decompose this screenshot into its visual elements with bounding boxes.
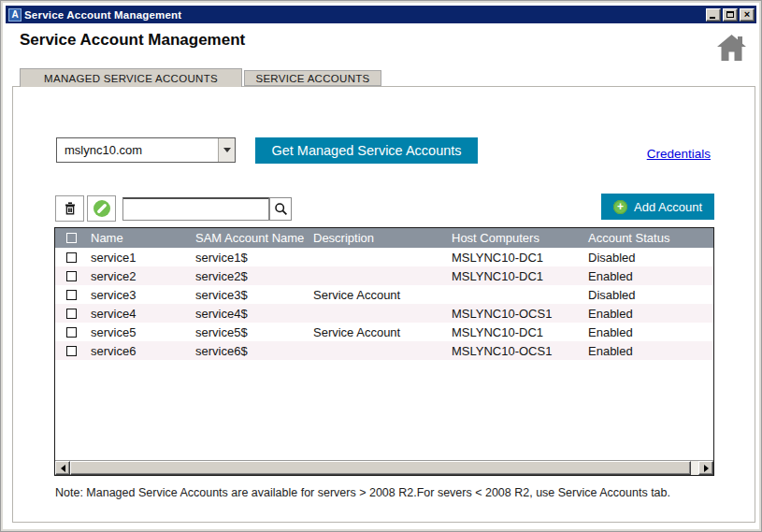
add-plus-icon: + [613,200,627,214]
cell-sam: service3$ [192,288,309,302]
header-host-computers[interactable]: Host Computers [448,231,584,245]
cell-description: Service Account [309,288,448,302]
table-row[interactable]: service6service6$MSLYNC10-OCS1Enabled [55,341,713,360]
table-row[interactable]: service1service1$MSLYNC10-DC1Disabled [55,248,713,266]
row-checkbox[interactable] [66,309,77,319]
tab-managed-service-accounts[interactable]: MANAGED SERVICE ACCOUNTS [20,68,242,87]
header-account-status[interactable]: Account Status [584,231,706,245]
arrow-left-icon [61,465,65,472]
app-icon: A [8,8,22,22]
window-title: Service Account Management [24,9,181,21]
row-checkbox[interactable] [66,327,77,338]
header-description[interactable]: Description [309,231,448,245]
table-row[interactable]: service5service5$Service AccountMSLYNC10… [55,323,713,341]
horizontal-scrollbar[interactable] [55,460,713,475]
table-body: service1service1$MSLYNC10-DC1Disabledser… [55,248,713,360]
search-button[interactable] [269,197,292,221]
edit-button[interactable] [87,195,116,222]
cell-sam: service1$ [192,251,309,265]
edit-pencil-icon [93,199,111,218]
header-sam-account-name[interactable]: SAM Account Name [192,231,309,245]
arrow-right-icon [704,465,709,472]
select-all-checkbox[interactable] [66,233,77,243]
credentials-link[interactable]: Credentials [647,147,711,161]
add-account-button[interactable]: + Add Account [601,194,714,220]
page-title: Service Account Management [20,31,245,50]
cell-name: service4 [87,307,192,321]
tab-service-accounts[interactable]: SERVICE ACCOUNTS [244,70,381,86]
domain-dropdown-value: mslync10.com [57,143,218,157]
maximize-icon [726,11,734,18]
cell-sam: service4$ [192,307,309,321]
close-button[interactable]: × [740,8,755,22]
table-row[interactable]: service4service4$MSLYNC10-OCS1Enabled [55,304,713,323]
scrollbar-thumb[interactable] [70,461,691,475]
table-row[interactable]: service2service2$MSLYNC10-DC1Enabled [55,266,713,285]
cell-status: Enabled [584,307,706,321]
window-controls: × [706,8,755,22]
cell-status: Enabled [584,344,706,358]
row-checkbox[interactable] [66,271,77,281]
cell-sam: service2$ [192,269,309,283]
cell-host: MSLYNC10-OCS1 [448,344,584,358]
cell-status: Disabled [584,251,706,265]
table-row[interactable]: service3service3$Service AccountDisabled [55,285,713,304]
domain-dropdown[interactable]: mslync10.com [56,137,236,163]
accounts-table: Name SAM Account Name Description Host C… [54,227,714,476]
row-checkbox[interactable] [66,290,77,300]
cell-name: service2 [87,269,192,283]
home-icon[interactable] [717,35,746,62]
chevron-down-icon [223,148,231,152]
row-checkbox[interactable] [66,252,77,263]
cell-host: MSLYNC10-DC1 [448,269,584,283]
app-window: A Service Account Management × Service A… [0,0,762,532]
cell-name: service5 [87,325,192,339]
scroll-right-button[interactable] [698,461,713,475]
cell-sam: service6$ [192,344,309,358]
delete-button[interactable] [55,195,84,222]
note-text: Note: Managed Service Accounts are avail… [55,486,670,499]
row-checkbox[interactable] [66,346,77,356]
cell-description: Service Account [309,325,448,339]
search-input[interactable] [122,197,269,221]
close-icon: × [744,9,750,20]
cell-name: service1 [87,251,192,265]
cell-host: MSLYNC10-DC1 [448,251,584,265]
cell-name: service3 [87,288,192,302]
table-empty-area [55,360,713,460]
cell-sam: service5$ [192,325,309,339]
title-bar: A Service Account Management × [6,6,756,23]
minimize-icon [710,17,715,19]
cell-status: Disabled [584,288,706,302]
minimize-button[interactable] [706,8,721,22]
cell-host: MSLYNC10-OCS1 [448,307,584,321]
scroll-left-button[interactable] [55,461,70,475]
cell-name: service6 [87,344,192,358]
header-name[interactable]: Name [87,231,192,245]
search-icon [274,202,288,216]
cell-host: MSLYNC10-DC1 [448,325,584,339]
add-account-label: Add Account [634,200,702,214]
get-managed-service-accounts-button[interactable]: Get Managed Service Accounts [255,137,478,164]
maximize-button[interactable] [723,8,738,22]
cell-status: Enabled [584,269,706,283]
delete-trash-icon [63,201,78,216]
dropdown-arrow-button[interactable] [218,138,235,162]
cell-status: Enabled [584,325,706,339]
table-header-row: Name SAM Account Name Description Host C… [55,228,713,248]
